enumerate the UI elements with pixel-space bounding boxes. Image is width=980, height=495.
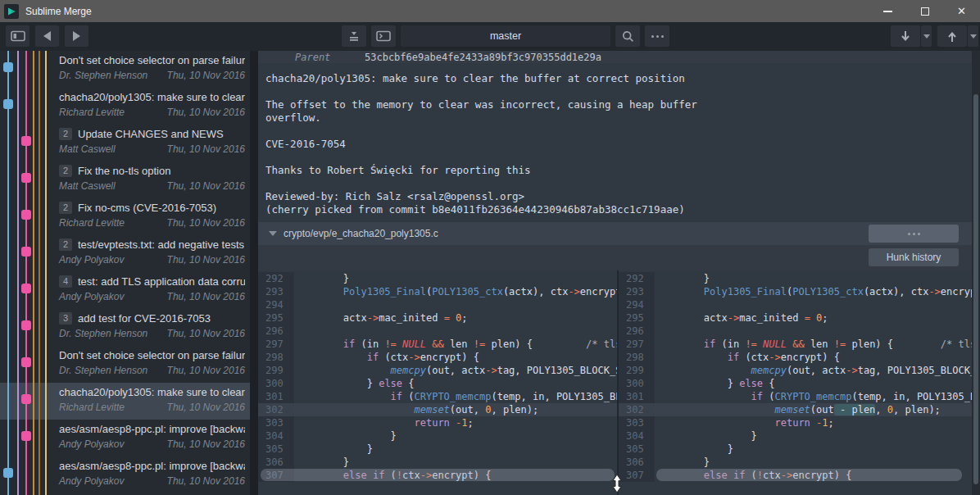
search-icon bbox=[622, 30, 634, 43]
line-number: 307 bbox=[619, 469, 655, 482]
line-number: 297 bbox=[619, 338, 655, 351]
commit-date: Thu, 10 Nov 2016 bbox=[167, 365, 245, 376]
code-text: } bbox=[655, 429, 757, 443]
code-text: } bbox=[655, 272, 710, 285]
line-number: 297 bbox=[258, 338, 294, 351]
branch-field[interactable] bbox=[401, 25, 610, 47]
hunk-toolbar: Hunk history bbox=[258, 245, 972, 270]
commit-author: Richard Levitte bbox=[59, 217, 125, 229]
commit-entry[interactable]: 2Fix the no-tls optionMatt CaswellThu, 1… bbox=[0, 161, 250, 198]
code-text: if (CRYPTO_memcmp(temp, in, POLY1305_BL bbox=[655, 390, 972, 403]
code-text: memset(out - plen, 0, plen); bbox=[655, 403, 941, 416]
maximize-button[interactable] bbox=[906, 0, 943, 22]
commit-count-badge: 2 bbox=[59, 165, 72, 177]
pull-dropdown-button[interactable] bbox=[921, 25, 932, 47]
code-text bbox=[655, 298, 656, 311]
file-more-button[interactable] bbox=[869, 225, 959, 243]
push-dropdown-button[interactable] bbox=[968, 25, 978, 47]
horizontal-scrollbar[interactable] bbox=[261, 469, 615, 481]
sidebar-toggle-button[interactable] bbox=[6, 25, 29, 47]
commit-entry[interactable]: Don't set choice selector on parse failu… bbox=[0, 51, 250, 88]
diff-line: 300 } else { bbox=[619, 377, 972, 390]
line-number: 294 bbox=[258, 298, 294, 311]
diff-line: 295 actx->mac_inited = 0; bbox=[619, 311, 972, 325]
horizontal-scrollbar[interactable] bbox=[656, 469, 962, 481]
parent-hash[interactable]: 53cbcbf6e9abe4fe2433a89bf3c970355dd1e29a bbox=[365, 52, 601, 63]
terminal-button[interactable] bbox=[371, 25, 396, 47]
file-header[interactable]: crypto/evp/e_chacha20_poly1305.c bbox=[258, 222, 972, 245]
line-number: 295 bbox=[619, 311, 655, 325]
push-button[interactable] bbox=[937, 25, 967, 47]
diff-line: 304 } bbox=[258, 429, 617, 443]
commit-entry[interactable]: chacha20/poly1305: make sure to clear th… bbox=[0, 88, 250, 125]
line-number: 306 bbox=[619, 456, 655, 469]
commit-entry[interactable]: 2Update CHANGES and NEWSMatt CaswellThu,… bbox=[0, 125, 250, 161]
commit-entry[interactable]: aes/asm/aesp8-ppc.pl: improve [backward]… bbox=[0, 456, 250, 493]
commit-author: Andy Polyakov bbox=[59, 475, 124, 487]
code-text: if (ctx->encrypt) { bbox=[294, 351, 479, 364]
code-text: } bbox=[294, 456, 349, 469]
hunk-history-button[interactable]: Hunk history bbox=[869, 248, 959, 266]
code-text: return -1; bbox=[655, 416, 834, 429]
commit-title: 4test: add TLS application data corrupti… bbox=[59, 275, 245, 288]
commit-author: Andy Polyakov bbox=[59, 291, 124, 302]
titlebar: Sublime Merge ✕ bbox=[0, 0, 980, 22]
code-text: actx->mac_inited = 0; bbox=[294, 311, 468, 325]
commit-entry[interactable]: aes/asm/aesp8-ppc.pl: improve [backward]… bbox=[0, 420, 250, 456]
diff-line: 303 return -1; bbox=[258, 416, 617, 429]
commit-date: Thu, 10 Nov 2016 bbox=[167, 438, 245, 450]
diff-line: 294 bbox=[258, 298, 617, 311]
ellipsis-icon bbox=[651, 35, 664, 38]
diff-line: 293 Poly1305_Final(POLY1305_ctx(actx), c… bbox=[258, 285, 617, 298]
vertical-scrollbar-track[interactable] bbox=[972, 51, 980, 495]
commit-author: Dr. Stephen Henson bbox=[59, 328, 147, 339]
commit-entry[interactable]: 3add test for CVE-2016-7053Dr. Stephen H… bbox=[0, 309, 250, 346]
close-button[interactable]: ✕ bbox=[943, 0, 980, 22]
vertical-scrollbar-handle[interactable] bbox=[973, 94, 978, 484]
collapse-caret-icon bbox=[269, 231, 277, 236]
code-text: actx->mac_inited = 0; bbox=[655, 311, 828, 325]
commit-author: Dr. Stephen Henson bbox=[59, 365, 147, 376]
commit-count-badge: 3 bbox=[59, 312, 72, 325]
commit-count-badge: 4 bbox=[59, 275, 72, 288]
ellipsis-icon bbox=[908, 233, 920, 235]
commit-title: 2Fix the no-tls option bbox=[59, 165, 245, 177]
commit-entry[interactable]: Don't set choice selector on parse failu… bbox=[0, 346, 250, 383]
code-text: if (in != NULL && len != plen) { /* tls bbox=[655, 338, 972, 351]
commit-title: Don't set choice selector on parse failu… bbox=[59, 54, 245, 66]
diff-line: 304 } bbox=[619, 429, 972, 443]
code-text: memcpy(out, actx->tag, POLY1305_BLOCK_S bbox=[294, 364, 617, 377]
code-text: } bbox=[294, 443, 373, 456]
jump-to-commit-icon bbox=[348, 30, 360, 42]
code-text: } else { bbox=[655, 377, 775, 390]
commit-title: chacha20/poly1305: make sure to clear th… bbox=[59, 91, 245, 103]
diff-line: 297 if (in != NULL && len != plen) { /* … bbox=[258, 338, 617, 351]
commit-entry[interactable]: 2test/evptests.txt: add negative tests f… bbox=[0, 235, 250, 272]
pull-button[interactable] bbox=[891, 25, 920, 47]
line-number: 306 bbox=[258, 456, 294, 469]
minimize-button[interactable] bbox=[869, 0, 906, 22]
code-text bbox=[294, 298, 296, 311]
sidebar-scrollbar-track[interactable] bbox=[250, 51, 258, 495]
commit-entry[interactable]: chacha20/poly1305: make sure to clear th… bbox=[0, 383, 250, 420]
commit-title: 3add test for CVE-2016-7053 bbox=[59, 312, 245, 325]
chevron-down-icon bbox=[923, 34, 930, 39]
line-number: 294 bbox=[619, 298, 655, 311]
commit-log-button[interactable] bbox=[342, 25, 366, 47]
commit-title: 2Fix no-cms (CVE-2016-7053) bbox=[59, 202, 245, 214]
back-button[interactable] bbox=[35, 25, 59, 47]
chevron-down-icon bbox=[970, 34, 977, 39]
commit-list: Don't set choice selector on parse failu… bbox=[0, 51, 250, 493]
diff-line: 294 bbox=[619, 298, 972, 311]
line-number: 302 bbox=[619, 403, 655, 416]
diff-right-pane: 292 }293 Poly1305_Final(POLY1305_ctx(act… bbox=[619, 270, 972, 495]
diff-line: 301 if (CRYPTO_memcmp(temp, in, POLY1305… bbox=[258, 390, 617, 403]
toolbar-more-button[interactable] bbox=[645, 25, 669, 47]
commit-list-panel: Don't set choice selector on parse failu… bbox=[0, 51, 250, 495]
commit-entry[interactable]: 2Fix no-cms (CVE-2016-7053)Richard Levit… bbox=[0, 198, 250, 235]
line-number: 292 bbox=[619, 272, 655, 285]
commit-author: Richard Levitte bbox=[59, 107, 125, 118]
forward-button[interactable] bbox=[65, 25, 88, 47]
search-button[interactable] bbox=[615, 25, 640, 47]
commit-entry[interactable]: 4test: add TLS application data corrupti… bbox=[0, 272, 250, 309]
